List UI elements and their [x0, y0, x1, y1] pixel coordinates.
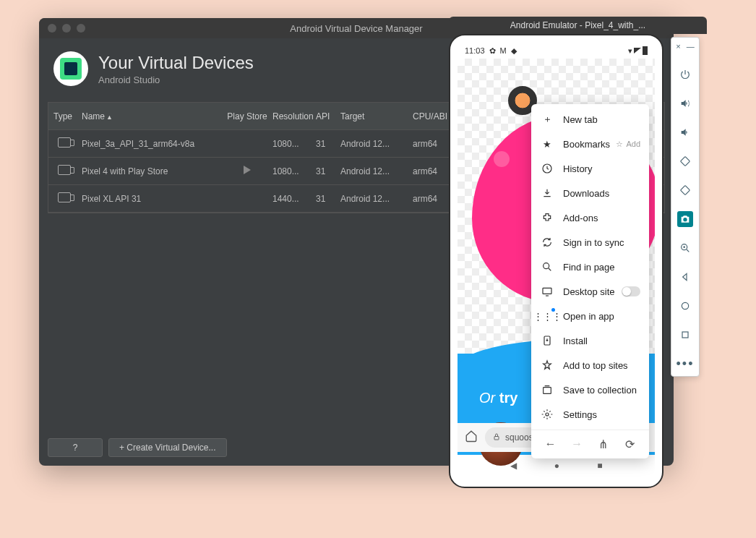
menu-find-in-page[interactable]: Find in page	[531, 255, 649, 279]
nav-reload-icon[interactable]: ⟳	[624, 437, 637, 451]
svg-rect-7	[680, 156, 690, 166]
menu-downloads[interactable]: Downloads	[531, 181, 649, 205]
menu-sign-in[interactable]: Sign in to sync	[531, 230, 649, 255]
android-studio-logo-icon	[53, 51, 88, 86]
svg-rect-11	[682, 332, 688, 338]
menu-addons[interactable]: Add-ons	[531, 205, 649, 230]
battery-icon	[643, 46, 648, 55]
device-icon	[58, 192, 71, 202]
download-icon	[541, 187, 553, 199]
home-circle-icon[interactable]	[677, 298, 693, 314]
col-target[interactable]: Target	[340, 111, 413, 121]
help-button[interactable]: ?	[48, 438, 103, 457]
svg-point-1	[544, 263, 549, 269]
device-name: Pixel XL API 31	[77, 194, 222, 204]
status-time: 11:03	[465, 46, 485, 55]
rotate-left-icon[interactable]	[677, 153, 693, 169]
avd-heading: Your Virtual Devices	[98, 53, 254, 73]
menu-nav-row: ← → ⋔ ⟳	[531, 430, 649, 456]
toolbar-minimize-button[interactable]: —	[687, 42, 695, 51]
device-icon	[58, 165, 71, 175]
plus-icon: ＋	[541, 114, 553, 125]
zoom-icon[interactable]	[677, 240, 693, 256]
col-name[interactable]: Name▲	[77, 111, 222, 121]
message-icon: ◆	[511, 46, 517, 56]
overview-icon[interactable]	[677, 327, 693, 343]
svg-rect-8	[680, 185, 690, 195]
device-name: Pixel_3a_API_31_arm64-v8a	[77, 139, 222, 149]
menu-add-top-sites[interactable]: Add to top sites	[531, 353, 649, 377]
sort-asc-icon: ▲	[106, 114, 113, 121]
sync-icon	[541, 236, 553, 248]
gear-icon	[541, 409, 553, 420]
search-icon	[541, 261, 553, 273]
wifi-icon: ▾	[628, 46, 632, 56]
create-virtual-device-button[interactable]: + Create Virtual Device...	[108, 438, 227, 457]
volume-down-icon[interactable]	[677, 124, 693, 140]
android-recents-icon[interactable]: ■	[597, 461, 602, 471]
col-api[interactable]: API	[316, 111, 340, 121]
volume-up-icon[interactable]	[677, 95, 693, 111]
pink-dot-graphic	[494, 151, 510, 167]
collection-icon	[541, 384, 553, 396]
desktop-site-toggle[interactable]	[622, 286, 640, 296]
puzzle-icon	[541, 212, 553, 223]
svg-rect-2	[543, 288, 551, 294]
emulator-side-toolbar: × — •••	[671, 37, 700, 377]
gear-icon: ✿	[489, 46, 496, 56]
menu-save-collection[interactable]: Save to collection	[531, 377, 649, 402]
nav-forward-icon[interactable]: →	[570, 437, 583, 451]
home-icon[interactable]	[465, 430, 478, 445]
browser-overflow-menu: ＋New tab ★Bookmarks☆ Add History Downloa…	[531, 104, 649, 458]
device-icon	[58, 137, 71, 148]
toolbar-close-button[interactable]: ×	[676, 42, 680, 51]
lock-icon	[492, 432, 501, 443]
avd-footer: ? + Create Virtual Device...	[48, 438, 227, 457]
play-store-icon	[244, 166, 251, 174]
menu-new-tab[interactable]: ＋New tab	[531, 107, 649, 132]
nav-share-icon[interactable]: ⋔	[597, 437, 610, 451]
install-icon	[541, 335, 553, 346]
menu-open-in-app[interactable]: ⋮⋮⋮Open in app	[531, 304, 649, 328]
svg-point-5	[546, 413, 549, 416]
page-cta-text: Or try	[479, 390, 517, 406]
power-icon[interactable]	[677, 67, 693, 82]
menu-install[interactable]: Install	[531, 328, 649, 353]
svg-rect-6	[494, 436, 499, 440]
android-nav-bar: ◀ ● ■	[491, 456, 622, 475]
phone-screen[interactable]: 11:03 ✿ M ◆ ▾	[458, 43, 655, 479]
svg-point-10	[682, 302, 688, 309]
menu-settings[interactable]: Settings	[531, 402, 649, 427]
mail-icon: M	[500, 46, 507, 55]
desktop-icon	[541, 286, 553, 297]
col-play-store[interactable]: Play Store	[222, 111, 272, 121]
svg-rect-4	[544, 388, 551, 394]
bookmarks-add-button[interactable]: ☆ Add	[616, 140, 640, 149]
android-back-icon[interactable]: ◀	[510, 461, 517, 471]
device-name: Pixel 4 with Play Store	[77, 166, 222, 176]
star-filled-icon: ★	[541, 138, 553, 150]
emulator-window: Android Emulator - Pixel_4_with_... 11:0…	[449, 17, 707, 488]
emulator-titlebar[interactable]: Android Emulator - Pixel_4_with_...	[449, 17, 707, 34]
more-icon[interactable]: •••	[677, 356, 693, 372]
avd-subheading: Android Studio	[98, 74, 254, 85]
clock-icon	[541, 163, 553, 174]
emulator-window-title: Android Emulator - Pixel_4_with_...	[510, 20, 645, 30]
col-type[interactable]: Type	[48, 111, 77, 121]
menu-desktop-site[interactable]: Desktop site	[531, 279, 649, 304]
menu-bookmarks[interactable]: ★Bookmarks☆ Add	[531, 132, 649, 156]
pin-icon	[541, 359, 553, 371]
rotate-right-icon[interactable]	[677, 182, 693, 198]
android-status-bar: 11:03 ✿ M ◆ ▾	[458, 43, 655, 59]
back-icon[interactable]	[677, 269, 693, 285]
menu-history[interactable]: History	[531, 156, 649, 181]
nav-back-icon[interactable]: ←	[544, 437, 557, 451]
col-resolution[interactable]: Resolution	[272, 111, 316, 121]
phone-frame: 11:03 ✿ M ◆ ▾	[449, 34, 663, 488]
signal-icon	[634, 48, 641, 54]
screenshot-icon[interactable]	[677, 211, 693, 227]
android-home-icon[interactable]: ●	[554, 461, 559, 471]
grid-icon: ⋮⋮⋮	[541, 310, 553, 322]
